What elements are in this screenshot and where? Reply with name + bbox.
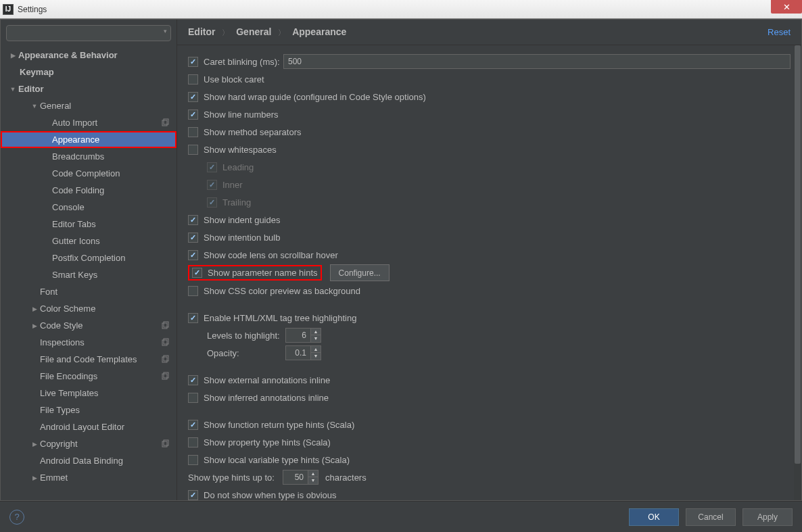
tree-android-data-binding[interactable]: Android Data Binding: [1, 452, 176, 469]
window-close-button[interactable]: ✕: [771, 0, 802, 14]
checkbox-method-sep[interactable]: [188, 127, 198, 137]
spin-down-icon[interactable]: ▼: [308, 477, 318, 484]
input-levels[interactable]: [285, 328, 311, 343]
tree-label: Smart Keys: [52, 270, 97, 280]
label-fn-return: Show function return type hints (Scala): [204, 420, 354, 430]
scrollbar[interactable]: [794, 45, 801, 500]
tree-label: Color Scheme: [40, 304, 95, 314]
spin-up-icon[interactable]: ▲: [311, 346, 321, 353]
checkbox-tag-tree[interactable]: [188, 313, 198, 323]
checkbox-obvious[interactable]: [188, 490, 198, 500]
label-caret-blinking: Caret blinking (ms):: [204, 57, 283, 67]
svg-rect-3: [164, 119, 168, 124]
breadcrumb-part: General: [236, 26, 271, 37]
input-type-hints[interactable]: [283, 470, 308, 485]
label-ext-ann: Show external annotations inline: [204, 375, 330, 385]
tree-smart-keys[interactable]: Smart Keys: [1, 266, 176, 283]
tree-code-folding[interactable]: Code Folding: [1, 182, 176, 199]
row-caret-blinking: Caret blinking (ms):: [188, 53, 791, 70]
tree-appearance-behavior[interactable]: ▶Appearance & Behavior: [1, 47, 176, 64]
tree-file-encodings[interactable]: File Encodings: [1, 368, 176, 385]
tree-code-completion[interactable]: Code Completion: [1, 165, 176, 182]
cancel-button[interactable]: Cancel: [686, 508, 736, 526]
checkbox-line-numbers[interactable]: [188, 110, 198, 120]
search-dropdown-icon[interactable]: ▾: [164, 28, 167, 34]
tree-live-templates[interactable]: Live Templates: [1, 385, 176, 402]
label-method-sep: Show method separators: [204, 127, 302, 137]
spin-down-icon[interactable]: ▼: [311, 335, 321, 342]
tree-postfix-completion[interactable]: Postfix Completion: [1, 249, 176, 266]
spinner-type-hints[interactable]: ▲▼: [283, 470, 319, 485]
checkbox-param-hints[interactable]: [192, 268, 202, 278]
tree-emmet[interactable]: ▶Emmet: [1, 469, 176, 486]
input-caret-blinking[interactable]: [283, 54, 791, 69]
checkbox-css-color[interactable]: [188, 286, 198, 296]
checkbox-hard-wrap[interactable]: [188, 92, 198, 102]
tree-copyright[interactable]: ▶Copyright: [1, 435, 176, 452]
configure-button[interactable]: Configure...: [330, 264, 390, 281]
checkbox-whitespaces[interactable]: [188, 145, 198, 155]
tree-file-types[interactable]: File Types: [1, 402, 176, 418]
input-opacity[interactable]: [285, 345, 311, 360]
app-icon: IJ: [3, 4, 14, 15]
spin-up-icon[interactable]: ▲: [308, 470, 318, 477]
label-prop-hints: Show property type hints (Scala): [204, 437, 331, 448]
label-whitespaces: Show whitespaces: [204, 145, 277, 155]
tree-editor-tabs[interactable]: Editor Tabs: [1, 216, 176, 233]
label-ws-trailing: Trailing: [222, 197, 251, 208]
tree-console[interactable]: Console: [1, 199, 176, 216]
tree-label: Code Style: [40, 320, 83, 331]
tree-gutter-icons[interactable]: Gutter Icons: [1, 233, 176, 249]
svg-rect-6: [162, 340, 167, 345]
scrollbar-thumb[interactable]: [795, 45, 801, 464]
tree-inspections[interactable]: Inspections: [1, 334, 176, 351]
checkbox-caret-blinking[interactable]: [188, 57, 198, 67]
tree-breadcrumbs[interactable]: Breadcrumbs: [1, 148, 176, 165]
label-block-caret: Use block caret: [204, 74, 264, 84]
row-param-hints: Show parameter name hints Configure...: [188, 264, 791, 281]
checkbox-ws-inner: [207, 180, 217, 190]
tree-font[interactable]: Font: [1, 283, 176, 300]
spin-up-icon[interactable]: ▲: [311, 329, 321, 335]
reset-link[interactable]: Reset: [768, 27, 791, 37]
tree-label: Postfix Completion: [52, 253, 125, 263]
tree-editor[interactable]: ▼Editor: [1, 80, 176, 97]
tree-code-style[interactable]: ▶Code Style: [1, 317, 176, 334]
checkbox-ext-ann[interactable]: [188, 375, 198, 385]
svg-rect-5: [164, 322, 168, 327]
checkbox-prop-hints[interactable]: [188, 437, 198, 448]
breadcrumb-part: Editor: [188, 26, 215, 37]
checkbox-block-caret[interactable]: [188, 74, 198, 84]
checkbox-ws-trailing: [207, 197, 217, 208]
checkbox-code-lens[interactable]: [188, 250, 198, 260]
checkbox-indent-guides[interactable]: [188, 215, 198, 225]
apply-button[interactable]: Apply: [742, 508, 793, 526]
search-input[interactable]: [6, 25, 171, 41]
settings-tree: ▶Appearance & Behavior Keymap ▼Editor ▼G…: [1, 44, 176, 500]
label-param-hints: Show parameter name hints: [208, 268, 318, 278]
label-hard-wrap: Show hard wrap guide (configured in Code…: [204, 92, 426, 102]
help-button[interactable]: ?: [9, 510, 24, 525]
tree-color-scheme[interactable]: ▶Color Scheme: [1, 300, 176, 317]
tree-label: Appearance: [52, 135, 99, 145]
tree-android-layout-editor[interactable]: Android Layout Editor: [1, 418, 176, 435]
project-scope-icon: [162, 321, 170, 329]
checkbox-local-var[interactable]: [188, 455, 198, 465]
checkbox-intention-bulb[interactable]: [188, 233, 198, 243]
spin-down-icon[interactable]: ▼: [311, 353, 321, 360]
checkbox-fn-return[interactable]: [188, 420, 198, 430]
spinner-levels[interactable]: ▲▼: [285, 328, 321, 343]
tree-label: Gutter Icons: [52, 236, 100, 246]
label-line-numbers: Show line numbers: [204, 110, 279, 120]
tree-general[interactable]: ▼General: [1, 97, 176, 114]
tree-keymap[interactable]: Keymap: [1, 64, 176, 80]
svg-rect-9: [164, 356, 168, 361]
spinner-opacity[interactable]: ▲▼: [285, 345, 321, 360]
tree-label: Code Completion: [52, 168, 120, 178]
tree-file-code-templates[interactable]: File and Code Templates: [1, 351, 176, 368]
checkbox-inf-ann[interactable]: [188, 393, 198, 403]
ok-button[interactable]: OK: [629, 508, 679, 526]
breadcrumb: Editor 〉 General 〉 Appearance: [188, 26, 768, 38]
tree-auto-import[interactable]: Auto Import: [1, 114, 176, 131]
tree-appearance[interactable]: Appearance: [1, 131, 176, 148]
